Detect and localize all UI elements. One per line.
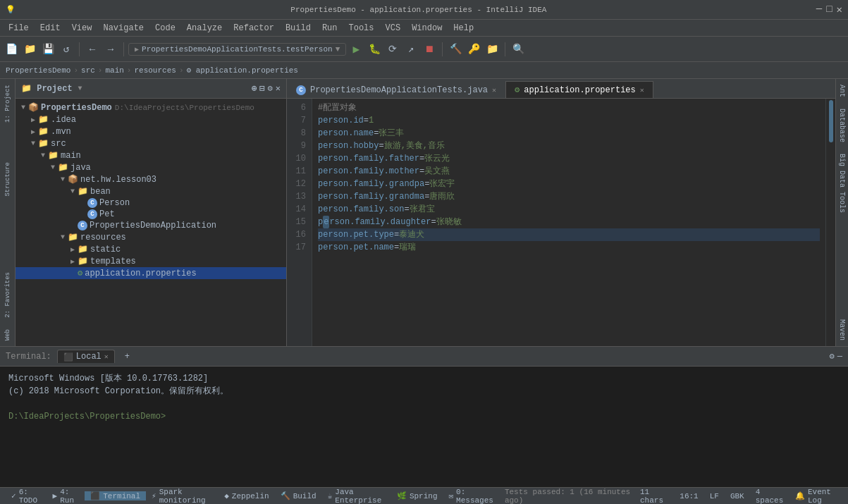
right-panel-ant[interactable]: Ant [837,79,847,103]
tree-item-main[interactable]: ▼ 📁 main [16,149,286,161]
status-java-enterprise[interactable]: ☕ Java Enterprise [322,488,391,505]
terminal-content[interactable]: Microsoft Windows [版本 10.0.17763.1282] (… [0,367,848,487]
bottom-tab-add[interactable]: + [118,350,137,363]
tree-item-package[interactable]: ▼ 📦 net.hw.lesson03 [16,173,286,185]
breadcrumb-src[interactable]: src [81,66,95,75]
sidebar-item-web[interactable]: Web [3,324,13,346]
menu-view[interactable]: View [66,22,98,35]
run-button[interactable]: ▶ [348,41,364,58]
line-numbers: 6 7 8 9 10 11 12 13 14 15 16 17 [287,99,312,346]
settings-button[interactable]: ⚙ [268,83,273,94]
terminal-settings-button[interactable]: ⚙ [830,351,835,362]
terminal-status-icon: ⬛ [90,491,100,500]
breadcrumb-project[interactable]: PropertiesDemo [6,66,70,75]
status-event-log[interactable]: 🔔 Event Log [789,488,842,505]
status-terminal[interactable]: ⬛ Terminal [85,491,146,500]
save-button[interactable]: 💾 [39,41,56,58]
zeppelin-label: Zeppelin [232,492,269,500]
menu-help[interactable]: Help [448,22,479,35]
tree-item-idea[interactable]: ▶ 📁 .idea [16,113,286,125]
right-panel-bigdata[interactable]: Big Data Tools [837,148,847,219]
menu-file[interactable]: File [3,22,35,35]
tree-item-resources[interactable]: ▼ 📁 resources [16,231,286,243]
collapse-all-button[interactable]: ⊟ [259,83,264,94]
status-build[interactable]: 🔨 Build [275,491,322,500]
tree-item-mvn[interactable]: ▶ 📁 .mvn [16,125,286,137]
tab-application-properties[interactable]: ⚙ application.properties ✕ [505,81,653,98]
menu-code[interactable]: Code [149,22,181,35]
new-file-button[interactable]: 📄 [3,41,20,58]
sidebar-item-project[interactable]: 1: Project [3,79,13,128]
menu-refactor[interactable]: Refactor [228,22,280,35]
open-button[interactable]: 📁 [21,41,38,58]
sdk-button[interactable]: 🔑 [465,41,482,58]
menu-navigate[interactable]: Navigate [97,22,149,35]
tree-item-java[interactable]: ▼ 📁 java [16,161,286,173]
menu-edit[interactable]: Edit [35,22,66,35]
status-run[interactable]: ▶ 4: Run [47,488,85,505]
search-everywhere-button[interactable]: 🔍 [510,41,527,58]
tab-props-close[interactable]: ✕ [640,86,644,94]
menu-run[interactable]: Run [317,22,343,35]
status-zeppelin[interactable]: ◆ Zeppelin [219,491,274,500]
debug-button[interactable]: 🐛 [366,41,383,58]
close-panel-button[interactable]: ✕ [276,83,281,94]
tree-item-pet[interactable]: C Pet [16,209,286,220]
profile-button[interactable]: ↗ [403,41,419,58]
todo-icon: ✓ [11,491,16,500]
tree-item-bean[interactable]: ▼ 📁 bean [16,185,286,197]
status-line-ending[interactable]: LF [704,492,725,500]
right-panel-maven[interactable]: Maven [837,314,847,346]
sidebar-item-structure[interactable]: Structure [3,156,13,202]
project-header-label: 📁 Project [21,83,73,94]
minimize-button[interactable]: ─ [816,4,822,16]
menu-analyze[interactable]: Analyze [181,22,228,35]
maximize-button[interactable]: □ [826,4,832,16]
status-messages[interactable]: ✉ 0: Messages [443,488,498,505]
bottom-tab-local[interactable]: ⬛ Local ✕ [57,350,115,363]
status-encoding[interactable]: GBK [725,492,750,500]
stop-button[interactable]: ⏹ [421,41,438,58]
tree-item-application-properties[interactable]: ⚙ application.properties [16,267,286,279]
breadcrumb-resources[interactable]: resources [134,66,176,75]
status-indent[interactable]: 4 spaces [750,488,789,505]
sidebar-item-favorites[interactable]: 2: Favorites [3,266,13,324]
tree-item-root[interactable]: ▼ 📦 PropertiesDemo D:\IdeaProjects\Prope… [16,102,286,113]
tree-item-templates[interactable]: ▶ 📁 templates [16,255,286,267]
status-todo[interactable]: ✓ 6: TODO [6,488,47,505]
menu-build[interactable]: Build [280,22,317,35]
code-editor[interactable]: #配置对象 person.id=1 person.name=张三丰 person… [312,99,825,346]
build-button[interactable]: 🔨 [447,41,464,58]
local-tab-close[interactable]: ✕ [104,352,109,361]
status-spring[interactable]: 🌿 Spring [391,491,443,500]
tab-tests-java[interactable]: C PropertiesDemoApplicationTests.java ✕ [287,82,505,98]
right-panel-database[interactable]: Database [837,103,847,148]
todo-label: 6: TODO [19,488,42,505]
project-structure-button[interactable]: 📁 [484,41,500,58]
run-config-selector[interactable]: ▶ PropertiesDemoApplicationTests.testPer… [128,43,346,56]
breadcrumb-main[interactable]: main [105,66,123,75]
tab-tests-close[interactable]: ✕ [492,86,496,94]
src-folder-icon: 📁 [38,138,49,149]
right-scroll-gutter[interactable] [825,99,835,346]
menu-tools[interactable]: Tools [343,22,380,35]
back-button[interactable]: ← [84,41,101,58]
tree-item-person[interactable]: C Person [16,197,286,209]
refresh-button[interactable]: ↺ [58,41,75,58]
locate-button[interactable]: ⊕ [252,83,257,94]
indent-label: 4 spaces [756,488,784,505]
terminal-minimize-button[interactable]: ─ [837,352,842,362]
tree-item-app[interactable]: C PropertiesDemoApplication [16,220,286,231]
status-chars[interactable]: 11 chars [634,488,674,505]
menu-window[interactable]: Window [406,22,448,35]
breadcrumb-file[interactable]: ⚙ application.properties [187,66,298,75]
close-button[interactable]: ✕ [837,4,842,16]
forward-button[interactable]: → [102,41,119,58]
menu-vcs[interactable]: VCS [380,22,407,35]
window-controls[interactable]: ─ □ ✕ [816,4,842,16]
status-position[interactable]: 16:1 [674,492,703,500]
status-spark[interactable]: ⚡ Spark monitoring [146,488,219,505]
tree-item-static[interactable]: ▶ 📁 static [16,243,286,255]
run-with-coverage-button[interactable]: ⟳ [384,41,401,58]
tree-item-src[interactable]: ▼ 📁 src [16,137,286,149]
